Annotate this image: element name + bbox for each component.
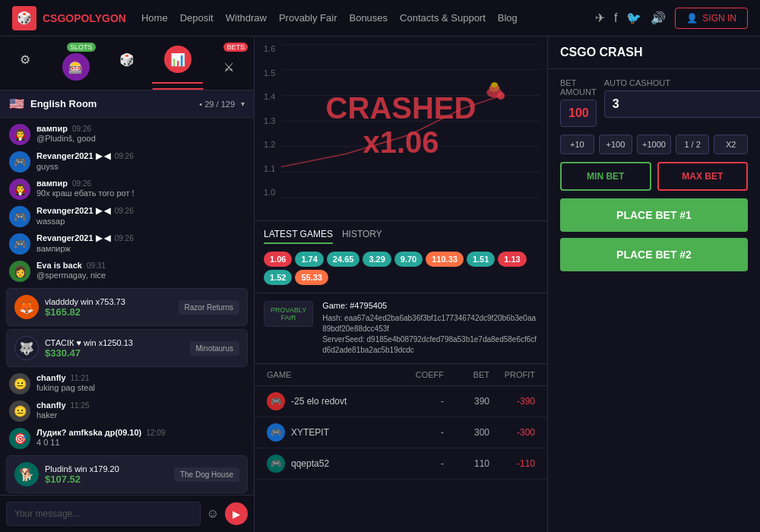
min-bet-button[interactable]: MIN BET (560, 162, 651, 191)
quick-btn-half[interactable]: 1 / 2 (676, 135, 710, 154)
game-badge[interactable]: 1.74 (295, 252, 323, 267)
csgo-crash-title: CSGO CRASH (548, 36, 760, 69)
quick-buttons: +10 +100 +1000 1 / 2 X2 (560, 135, 748, 154)
bet-controls: BET AMOUNT AUTO CASHOUT ON +10 (548, 69, 760, 287)
quick-btn-plus1000[interactable]: +1000 (637, 135, 671, 154)
nav-contacts[interactable]: Contacts & Support (400, 12, 486, 24)
avatar: 🎮 (267, 423, 285, 442)
provably-fair-badge[interactable]: PROVABLYFAIR (264, 301, 313, 327)
table-row: 🎮 XYTEPIT - 300 -300 (255, 417, 547, 448)
quick-btn-plus10[interactable]: +10 (560, 135, 594, 154)
win-card-avatar: 🐕 (14, 462, 39, 486)
bet-val: 300 (444, 427, 489, 438)
crash-chart: 1.6 1.5 1.4 1.3 1.2 1.1 1.0 (255, 36, 547, 220)
game-badge[interactable]: 1.13 (498, 252, 526, 267)
place-bet-2-button[interactable]: PLACE BET #2 (560, 238, 748, 271)
bets-table: GAME COEFF BET PROFIT 🎮 -25 elo redovt -… (255, 363, 547, 533)
game-badge[interactable]: 24.65 (327, 252, 360, 267)
provably-game-id: Game: #4795405 (322, 301, 538, 310)
nav-home[interactable]: Home (141, 12, 168, 24)
profit-val: -390 (489, 396, 535, 407)
coeff-val: - (398, 458, 444, 469)
right-panel: CSGO CRASH BET AMOUNT AUTO CASHOUT ON (547, 36, 760, 532)
col-coeff: COEFF (398, 370, 444, 379)
avatar: 🎮 (9, 206, 30, 227)
send-button[interactable]: ▶ (225, 502, 248, 525)
nav-blog[interactable]: Blog (498, 12, 518, 24)
tab-latest-games[interactable]: LATEST GAMES (264, 229, 333, 244)
game-icons-bar: ⚙ SLOTS 🎰 🎲 📊 BETS ⚔ (0, 36, 254, 90)
win-card-avatar: 🦊 (14, 295, 39, 319)
quick-btn-double[interactable]: X2 (714, 135, 748, 154)
logo[interactable]: 🎲 CSGOPOLYGON (12, 6, 126, 30)
game-badge[interactable]: 3.29 (363, 252, 391, 267)
nav-withdraw[interactable]: Withdraw (226, 12, 267, 24)
header: 🎲 CSGOPOLYGON Home Deposit Withdraw Prov… (0, 0, 760, 36)
logo-text: CSGOPOLYGON (43, 12, 126, 24)
main-nav: Home Deposit Withdraw Provably Fair Bonu… (141, 12, 595, 24)
sign-in-icon: 👤 (686, 13, 698, 24)
bet-amount-label: BET AMOUNT (560, 78, 597, 97)
provably-hash: Hash: eaa67a24ed2ba6ab36f3bf1c177346742d… (322, 313, 538, 334)
game-icon-crash[interactable]: 📊 (152, 43, 203, 84)
bet-inputs-row: BET AMOUNT AUTO CASHOUT ON (560, 78, 748, 127)
game-badge[interactable]: 9.70 (394, 252, 423, 267)
avatar: 🎮 (9, 233, 30, 255)
list-item: 🧛 вампир09:26 @Pludinš, good (0, 121, 254, 148)
game-icon-slots[interactable]: SLOTS 🎰 (51, 43, 102, 84)
provably-fair-section: PROVABLYFAIR Game: #4795405 Hash: eaa67a… (255, 293, 547, 363)
list-item: 😐 chanfly11:25 haker (0, 397, 254, 425)
table-row: 🎮 qqepta52 - 110 -110 (255, 448, 547, 480)
game-badge[interactable]: 110.33 (426, 252, 464, 267)
header-right: ✈ f 🐦 🔊 👤 SIGN IN (595, 8, 748, 29)
bet-amount-input[interactable] (560, 100, 597, 127)
list-item: 😐 chanfly11:21 fuking pag steal (0, 370, 254, 397)
sound-icon[interactable]: 🔊 (651, 11, 666, 25)
slots-icon: 🎰 (62, 53, 90, 81)
profit-val: -110 (489, 458, 535, 469)
facebook-icon[interactable]: f (614, 11, 617, 25)
nav-provably-fair[interactable]: Provably Fair (279, 12, 337, 24)
game-badge[interactable]: 55.33 (295, 270, 328, 285)
game-icon-dice[interactable]: 🎲 (102, 43, 153, 84)
avatar: 😐 (9, 401, 30, 422)
emoji-button[interactable]: ☺ (207, 507, 219, 521)
y-axis: 1.6 1.5 1.4 1.3 1.2 1.1 1.0 (264, 44, 275, 198)
quick-btn-plus100[interactable]: +100 (599, 135, 633, 154)
dice-icon: 🎲 (113, 46, 141, 73)
main-content: ⚙ SLOTS 🎰 🎲 📊 BETS ⚔ 🇺🇸 English Room (0, 36, 760, 532)
nav-deposit[interactable]: Deposit (180, 12, 214, 24)
twitter-icon[interactable]: 🐦 (626, 11, 641, 25)
game-badge[interactable]: 1.52 (264, 270, 292, 285)
sign-in-button[interactable]: 👤 SIGN IN (675, 8, 748, 29)
auto-cashout-input[interactable] (604, 90, 760, 118)
win-card: 🦊 vladdddy win x753.73 $165.82 Razor Ret… (6, 288, 248, 326)
list-item: 👩 Eva is back09:31 @spermagay, nice (0, 258, 254, 285)
nav-bonuses[interactable]: Bonuses (349, 12, 388, 24)
dropdown-arrow-icon[interactable]: ▾ (241, 100, 245, 108)
user-count: • 29 / 129 (199, 100, 235, 109)
win-card-avatar: 🐺 (14, 336, 39, 360)
game-icon-settings[interactable]: ⚙ (0, 43, 51, 84)
place-bet-1-button[interactable]: PLACE BET #1 (560, 198, 748, 232)
room-name: English Room (30, 98, 193, 109)
telegram-icon[interactable]: ✈ (595, 11, 605, 25)
tab-history[interactable]: HISTORY (342, 229, 382, 244)
col-game: GAME (267, 370, 398, 379)
coeff-val: - (398, 396, 444, 407)
game-badge[interactable]: 1.06 (264, 252, 292, 267)
game-icon-bets[interactable]: BETS ⚔ (203, 43, 254, 84)
avatar: 🎮 (267, 454, 285, 473)
sidebar: ⚙ SLOTS 🎰 🎲 📊 BETS ⚔ 🇺🇸 English Room (0, 36, 255, 532)
bets-icon: ⚔ (215, 53, 242, 81)
game-badge[interactable]: 1.51 (467, 252, 495, 267)
coeff-val: - (398, 427, 444, 438)
chat-messages: 🧛 вампир09:26 @Pludinš, good 🎮 Revanger2… (0, 118, 254, 495)
win-card: 🐺 СТАСІК ♥ win x1250.13 $330.47 Minotaur… (6, 329, 248, 367)
chat-input-area: ☺ ▶ (0, 495, 254, 532)
max-bet-button[interactable]: MAX BET (657, 162, 749, 191)
avatar: 🎮 (267, 392, 285, 410)
logo-icon: 🎲 (12, 6, 36, 30)
chat-input[interactable] (6, 502, 201, 526)
auto-cashout-label: AUTO CASHOUT (604, 78, 760, 87)
